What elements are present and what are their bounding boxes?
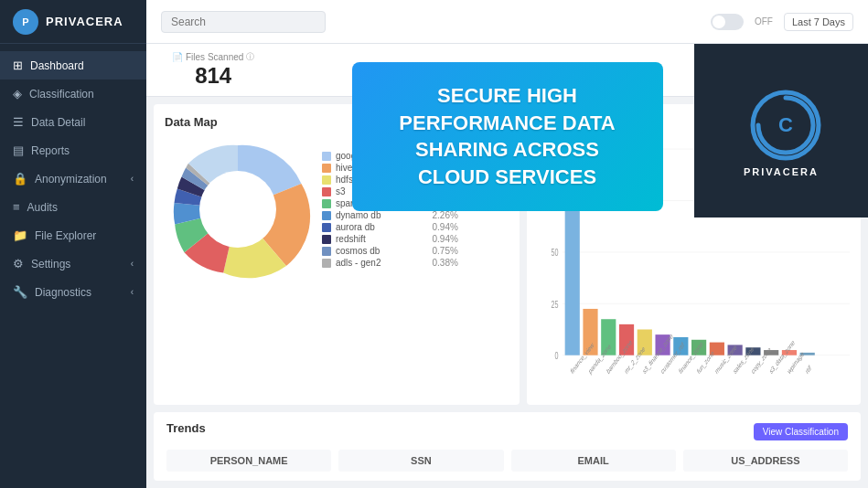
- legend-pct: 5.46%: [425, 186, 458, 196]
- sidebar-item-diagnostics[interactable]: 🔧 Diagnostics ‹: [0, 278, 146, 306]
- legend-item: hdfs 12.99%: [322, 175, 458, 185]
- legend-item: s3 5.46%: [322, 186, 458, 196]
- legend-label: dynamo db: [336, 210, 380, 220]
- legend-label: hive: [336, 163, 352, 173]
- trend-col-email: EMAIL: [511, 450, 676, 472]
- sidebar-item-label: File Explorer: [35, 229, 96, 242]
- last-days-filter[interactable]: Last 7 Days: [784, 13, 853, 31]
- sidebar-item-file-explorer[interactable]: 📁 File Explorer: [0, 221, 146, 249]
- datamap-section: Data Map: [154, 104, 520, 405]
- sidebar-item-anonymization[interactable]: 🔒 Anonymization ‹: [0, 164, 146, 193]
- sidebar-item-label: Diagnostics: [35, 286, 91, 299]
- legend-label: google cloud storage: [336, 151, 421, 161]
- sidebar-navigation: ⊞ Dashboard ◈ Classification ☰ Data Deta…: [0, 44, 146, 488]
- chevron-icon: ‹: [131, 287, 134, 297]
- svg-text:25: 25: [551, 298, 558, 310]
- privacera-logo-overlay: C PRIVACERA: [694, 44, 868, 217]
- legend-label: spark sql: [336, 198, 372, 208]
- data-detail-icon: ☰: [13, 115, 24, 129]
- trend-col-ssn: SSN: [338, 450, 503, 472]
- donut-legend: google cloud storage 55.93% hive 16.95% …: [322, 151, 458, 268]
- legend-item: hive 16.95%: [322, 163, 458, 173]
- diagnostics-icon: 🔧: [13, 285, 27, 299]
- legend-color: [322, 199, 331, 208]
- legend-label: adls - gen2: [336, 258, 380, 268]
- legend-color: [322, 175, 331, 185]
- legend-item: spark sql 3.39%: [322, 198, 458, 208]
- svg-text:rtif: rtif: [804, 364, 812, 376]
- stat-files-scanned: 📄 Files Scanned ⓘ 814: [161, 51, 265, 89]
- sidebar-item-classification[interactable]: ◈ Classification: [0, 80, 146, 108]
- legend-item: cosmos db 0.75%: [322, 246, 458, 256]
- svg-text:100: 100: [547, 143, 558, 155]
- trends-title: Trends: [166, 421, 206, 435]
- file-icon: 📄: [172, 52, 183, 62]
- trends-header: Trends View Classification: [166, 421, 848, 442]
- legend-item: aurora db 0.94%: [322, 222, 458, 232]
- sidebar-item-audits[interactable]: ≡ Audits: [0, 193, 146, 221]
- legend-pct: 0.75%: [425, 246, 458, 256]
- legend-color: [322, 259, 331, 268]
- anonymization-icon: 🔒: [13, 172, 27, 186]
- trend-col-person-name: PERSON_NAME: [166, 450, 331, 472]
- trends-section: Trends View Classification PERSON_NAME S…: [154, 412, 861, 481]
- legend-item: google cloud storage 55.93%: [322, 151, 458, 161]
- legend-color: [322, 152, 331, 161]
- legend-pct: 0.38%: [425, 258, 458, 268]
- legend-pct: 0.94%: [425, 222, 458, 232]
- svg-text:0: 0: [554, 349, 558, 361]
- sidebar-logo: P PRIVACERA: [0, 0, 146, 44]
- sidebar-item-label: Settings: [31, 258, 70, 271]
- settings-icon: ⚙: [13, 257, 24, 271]
- sidebar-item-data-detail[interactable]: ☰ Data Detail: [0, 108, 146, 136]
- svg-text:75: 75: [551, 195, 558, 207]
- dashboard-icon: ⊞: [13, 58, 23, 72]
- svg-point-0: [199, 171, 276, 248]
- legend-color: [322, 164, 331, 173]
- reports-icon: ▤: [13, 143, 24, 157]
- files-scanned-label: 📄 Files Scanned ⓘ: [172, 51, 254, 63]
- privacera-logo-circle: C: [745, 84, 818, 157]
- legend-color: [322, 187, 331, 196]
- legend-color: [322, 247, 331, 256]
- legend-pct: 0.94%: [425, 234, 458, 244]
- svg-text:C: C: [778, 113, 793, 136]
- toggle-label: OFF: [755, 16, 773, 27]
- legend-pct: 16.95%: [425, 163, 458, 173]
- file-explorer-icon: 📁: [13, 228, 27, 242]
- main-content: OFF Last 7 Days 📄 Files Scanned ⓘ 814 Co…: [146, 0, 868, 488]
- sidebar-item-label: Reports: [31, 144, 70, 157]
- legend-item: adls - gen2 0.38%: [322, 258, 458, 268]
- legend-label: hdfs: [336, 175, 353, 185]
- search-input[interactable]: [161, 11, 326, 33]
- svg-rect-11: [564, 149, 579, 355]
- donut-chart: [165, 136, 311, 282]
- legend-label: aurora db: [336, 222, 375, 232]
- chevron-icon: ‹: [131, 174, 134, 184]
- logo-text: PRIVACERA: [46, 15, 123, 28]
- legend-label: cosmos db: [336, 246, 380, 256]
- sidebar-item-reports[interactable]: ▤ Reports: [0, 136, 146, 164]
- logo-icon: P: [13, 9, 38, 35]
- legend-color: [322, 235, 331, 244]
- info-icon2: ⓘ: [534, 65, 542, 74]
- audits-icon: ≡: [13, 200, 20, 214]
- info-icon: ⓘ: [246, 51, 254, 63]
- view-classification-button[interactable]: View Classification: [754, 423, 848, 440]
- sidebar-item-label: Audits: [27, 201, 58, 214]
- sidebar-item-label: Anonymization: [35, 173, 107, 186]
- legend-label: redshift: [336, 234, 366, 244]
- trend-col-us-address: US_ADDRESS: [683, 450, 848, 472]
- trends-columns: PERSON_NAME SSN EMAIL US_ADDRESS: [166, 450, 848, 472]
- columns-found-label: Columns Found ⓘ: [298, 64, 711, 76]
- sidebar-item-settings[interactable]: ⚙ Settings ‹: [0, 249, 146, 278]
- chevron-icon: ‹: [131, 259, 134, 269]
- sidebar: P PRIVACERA ⊞ Dashboard ◈ Classification…: [0, 0, 146, 488]
- toggle-switch[interactable]: [711, 14, 744, 30]
- datamap-title: Data Map: [165, 115, 509, 129]
- sidebar-item-label: Dashboard: [30, 59, 84, 72]
- sidebar-item-dashboard[interactable]: ⊞ Dashboard: [0, 51, 146, 80]
- files-scanned-value: 814: [172, 63, 254, 89]
- legend-pct: 2.26%: [425, 210, 458, 220]
- legend-item: redshift 0.94%: [322, 234, 458, 244]
